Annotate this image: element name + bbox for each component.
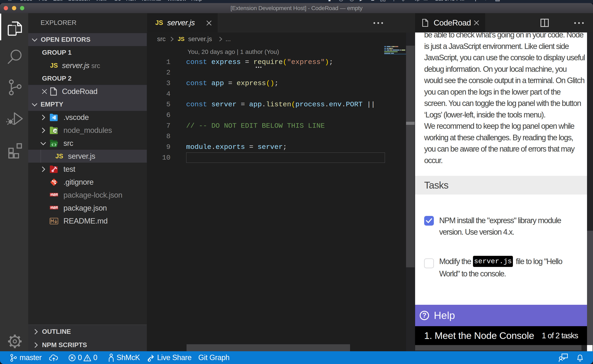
svg-text:JS: JS [54,130,57,133]
svg-text:?: ? [422,311,426,319]
